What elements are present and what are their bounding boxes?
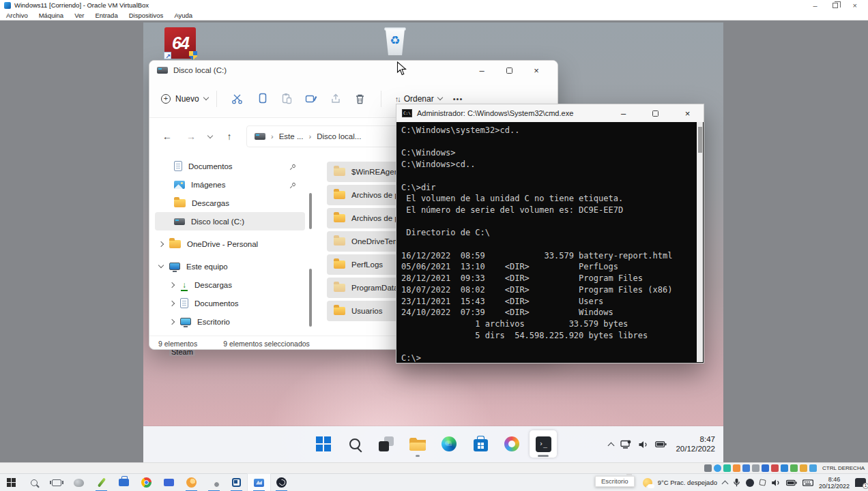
recycle-bin-icon[interactable]: ♻ <box>383 25 407 57</box>
tray-app-icon[interactable] <box>759 479 766 486</box>
clipboard-icon[interactable] <box>762 464 769 472</box>
breadcrumb-this-pc[interactable]: Este ... <box>279 132 304 140</box>
sidebar-item-documentos[interactable]: Documentos <box>155 157 305 175</box>
minimize-button[interactable]: – <box>813 3 817 8</box>
sidebar-scrollbar-thumb[interactable] <box>309 269 312 327</box>
chevron-right-icon[interactable] <box>169 282 175 287</box>
terminal-button[interactable] <box>530 430 557 458</box>
cmd-scrollbar[interactable] <box>697 122 703 362</box>
forward-button[interactable]: → <box>184 131 198 142</box>
features-icon[interactable] <box>800 464 807 472</box>
menu-maquina[interactable]: Máquina <box>39 12 63 19</box>
hidden-icons-chevron-icon[interactable] <box>608 443 615 449</box>
paint-app-button[interactable] <box>68 474 90 491</box>
host-start-button[interactable] <box>0 474 23 491</box>
cmd-console[interactable]: C:\Windows\system32>cd.. C:\Windows> C:\… <box>397 122 703 362</box>
hdd-icon[interactable] <box>704 464 712 472</box>
chevron-right-icon[interactable] <box>169 300 175 306</box>
start-button[interactable] <box>310 430 337 458</box>
network-icon[interactable] <box>620 440 631 449</box>
weather-label[interactable]: 9°C Prac. despejado <box>658 479 717 486</box>
hidden-icons-chevron-icon[interactable] <box>722 481 729 488</box>
new-button[interactable]: + Nuevo <box>161 94 208 104</box>
task-view-button[interactable] <box>373 430 400 458</box>
store-button[interactable] <box>467 430 494 458</box>
host-task-view-button[interactable] <box>45 474 68 491</box>
host-clock[interactable]: 8:46 20/12/2022 <box>819 476 850 490</box>
volume-icon[interactable] <box>638 441 648 449</box>
breadcrumb-local-disk[interactable]: Disco local... <box>317 132 361 140</box>
menu-archivo[interactable]: Archivo <box>6 12 28 19</box>
share-button[interactable] <box>323 88 348 110</box>
sidebar-item-imagenes[interactable]: Imágenes <box>155 175 305 194</box>
chrome-profile-button[interactable] <box>203 474 225 491</box>
obs-button[interactable] <box>270 474 293 491</box>
sidebar-scrollbar-thumb[interactable] <box>309 193 312 229</box>
network-icon[interactable] <box>733 464 740 472</box>
chevron-down-icon[interactable] <box>158 263 164 268</box>
explorer-maximize-button[interactable] <box>495 61 523 80</box>
host-search-button[interactable] <box>23 474 45 491</box>
cmd-close-button[interactable]: × <box>671 104 704 122</box>
restore-button[interactable] <box>833 3 838 8</box>
virtualbox-button[interactable] <box>225 474 248 491</box>
battery-icon[interactable] <box>786 479 797 486</box>
browser-button[interactable] <box>180 474 203 491</box>
sidebar-item-documentos-child[interactable]: Documentos <box>155 294 305 312</box>
menu-ayuda[interactable]: Ayuda <box>174 12 192 19</box>
copy-button[interactable] <box>250 88 274 110</box>
toolbox-app-button[interactable] <box>113 474 135 491</box>
chrome-button[interactable] <box>135 474 158 491</box>
menu-ver[interactable]: Ver <box>74 12 84 19</box>
rename-button[interactable] <box>299 88 323 110</box>
explorer-titlebar[interactable]: Disco local (C:) – × <box>149 61 558 80</box>
menu-dispositivos[interactable]: Dispositivos <box>129 12 164 19</box>
more-options-button[interactable]: ••• <box>453 95 463 103</box>
mouse-integration-icon[interactable] <box>809 464 817 472</box>
explorer-minimize-button[interactable]: – <box>468 61 495 80</box>
back-button[interactable]: ← <box>160 131 174 142</box>
drag-drop-icon[interactable] <box>771 464 779 472</box>
microphone-icon[interactable] <box>733 478 740 487</box>
sidebar-item-escritorio[interactable]: Escritorio <box>155 312 305 331</box>
keyboard-icon[interactable] <box>802 479 813 486</box>
paint-button[interactable] <box>498 430 525 458</box>
file-explorer-button[interactable] <box>404 430 431 458</box>
recent-locations-chevron-icon[interactable] <box>207 132 213 138</box>
desktop-toolbar-label[interactable]: Escritorio <box>595 476 635 487</box>
weather-icon[interactable] <box>643 478 652 488</box>
sidebar-item-descargas[interactable]: Descargas <box>155 194 305 212</box>
cut-button[interactable] <box>225 88 250 110</box>
usb-icon[interactable] <box>742 464 750 472</box>
paste-button[interactable] <box>274 88 299 110</box>
desktop-installer-icon[interactable]: 64 ↗ <box>164 27 196 59</box>
close-button[interactable]: × <box>853 1 857 10</box>
chevron-right-icon[interactable] <box>169 318 175 324</box>
sidebar-item-onedrive[interactable]: OneDrive - Personal <box>155 235 305 253</box>
menu-entrada[interactable]: Entrada <box>95 12 117 19</box>
search-button[interactable] <box>341 430 368 458</box>
sidebar-item-este-equipo[interactable]: Este equipo <box>155 257 305 276</box>
audio-icon[interactable] <box>723 464 731 472</box>
explorer-close-button[interactable]: × <box>523 61 550 80</box>
sort-button[interactable]: ↑↓ Ordenar <box>395 94 442 104</box>
cmd-maximize-button[interactable] <box>639 104 671 122</box>
notes-app-button[interactable] <box>90 474 113 491</box>
optical-disc-icon[interactable] <box>714 464 721 472</box>
up-button[interactable]: ↑ <box>222 131 236 142</box>
cmd-minimize-button[interactable]: – <box>607 104 639 122</box>
cmd-titlebar[interactable]: C:\ Administrador: C:\Windows\System32\c… <box>396 104 704 122</box>
notification-center-icon[interactable]: 1 <box>855 478 866 487</box>
chevron-right-icon[interactable] <box>158 241 164 246</box>
sidebar-item-descargas-child[interactable]: ↓ Descargas <box>155 276 305 294</box>
shared-folders-icon[interactable] <box>752 464 760 472</box>
recording-app-icon[interactable] <box>746 479 754 487</box>
remote-desktop-button[interactable] <box>158 474 180 491</box>
volume-icon[interactable] <box>771 479 781 487</box>
virtualbox-vm-button[interactable] <box>248 474 270 491</box>
vm-clock[interactable]: 8:47 20/12/2022 <box>676 435 715 453</box>
edge-button[interactable] <box>435 430 463 458</box>
display-icon[interactable] <box>781 464 788 472</box>
cmd-scrollbar-thumb[interactable] <box>698 127 702 153</box>
battery-icon[interactable] <box>655 441 667 448</box>
